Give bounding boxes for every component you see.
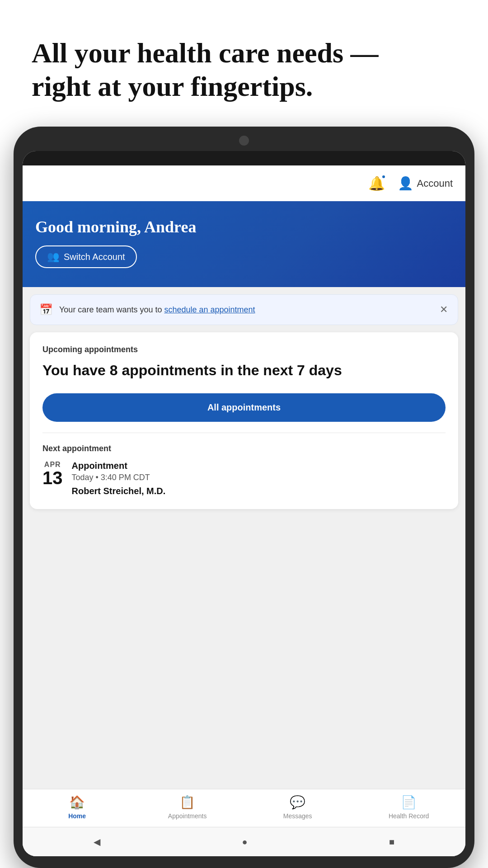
hero-text: All your health care needs — right at yo… xyxy=(0,0,488,122)
all-appointments-button[interactable]: All appointments xyxy=(42,393,446,422)
next-appointment-label: Next appointment xyxy=(42,444,446,453)
appointment-time: Today • 3:40 PM CDT xyxy=(72,473,446,482)
camera-dot xyxy=(239,136,249,146)
app-header: 🔔 👤 Account xyxy=(23,165,465,201)
tablet-screen: 🔔 👤 Account Good morning, Andrea 👥 Switc… xyxy=(23,151,465,856)
appointment-type: Appointment xyxy=(72,461,446,471)
status-bar xyxy=(23,151,465,165)
nav-home[interactable]: 🏠 Home xyxy=(59,795,95,820)
appointment-doctor: Robert Streichel, M.D. xyxy=(72,486,446,496)
hero-line1: All your health care needs — xyxy=(32,38,379,68)
main-content: Upcoming appointments You have 8 appoint… xyxy=(23,325,465,789)
care-notice-banner: 📅 Your care team wants you to schedule a… xyxy=(30,294,458,325)
app-content: 🔔 👤 Account Good morning, Andrea 👥 Switc… xyxy=(23,165,465,856)
hero-line2: right at your fingertips. xyxy=(32,71,313,102)
tablet-device: 🔔 👤 Account Good morning, Andrea 👥 Switc… xyxy=(14,127,474,868)
switch-icon: 👥 xyxy=(47,251,59,263)
greeting-banner: Good morning, Andrea 👥 Switch Account xyxy=(23,201,465,287)
care-notice-prefix: Your care team wants you to xyxy=(59,305,164,314)
appointment-date: APR 13 xyxy=(42,461,63,487)
greeting-text: Good morning, Andrea xyxy=(35,217,453,236)
nav-messages[interactable]: 💬 Messages xyxy=(280,795,316,820)
next-appointment-row: APR 13 Appointment Today • 3:40 PM CDT R… xyxy=(42,461,446,496)
calendar-icon: 📅 xyxy=(39,303,53,316)
appointment-details: Appointment Today • 3:40 PM CDT Robert S… xyxy=(72,461,446,496)
nav-health-record[interactable]: 📄 Health Record xyxy=(389,795,429,820)
bottom-nav: 🏠 Home 📋 Appointments 💬 Messages 📄 Healt… xyxy=(23,789,465,827)
nav-health-record-label: Health Record xyxy=(389,812,429,820)
appointments-icon: 📋 xyxy=(179,795,195,810)
recents-button[interactable]: ■ xyxy=(380,833,404,851)
divider xyxy=(42,433,446,433)
messages-icon: 💬 xyxy=(290,795,305,810)
notification-button[interactable]: 🔔 xyxy=(366,174,387,193)
nav-appointments-label: Appointments xyxy=(168,812,207,820)
switch-account-button[interactable]: 👥 Switch Account xyxy=(35,245,137,268)
nav-appointments[interactable]: 📋 Appointments xyxy=(168,795,207,820)
nav-home-label: Home xyxy=(68,812,86,820)
notification-dot xyxy=(381,175,386,179)
schedule-appointment-link[interactable]: schedule an appointment xyxy=(164,305,255,314)
home-icon: 🏠 xyxy=(69,795,85,810)
back-button[interactable]: ◀ xyxy=(84,833,109,851)
switch-account-label: Switch Account xyxy=(64,252,125,262)
appointments-card: Upcoming appointments You have 8 appoint… xyxy=(30,332,458,509)
care-notice-text: Your care team wants you to schedule an … xyxy=(59,305,432,315)
nav-messages-label: Messages xyxy=(283,812,312,820)
care-notice-close-button[interactable]: ✕ xyxy=(439,303,449,316)
appointment-day: 13 xyxy=(42,469,63,487)
account-button[interactable]: 👤 Account xyxy=(398,176,453,191)
account-label: Account xyxy=(417,178,453,189)
card-subtitle: Upcoming appointments xyxy=(42,345,446,354)
card-title: You have 8 appointments in the next 7 da… xyxy=(42,362,446,379)
person-icon: 👤 xyxy=(398,176,413,191)
health-record-icon: 📄 xyxy=(401,795,417,810)
android-nav-bar: ◀ ● ■ xyxy=(23,827,465,856)
home-button[interactable]: ● xyxy=(233,833,256,851)
